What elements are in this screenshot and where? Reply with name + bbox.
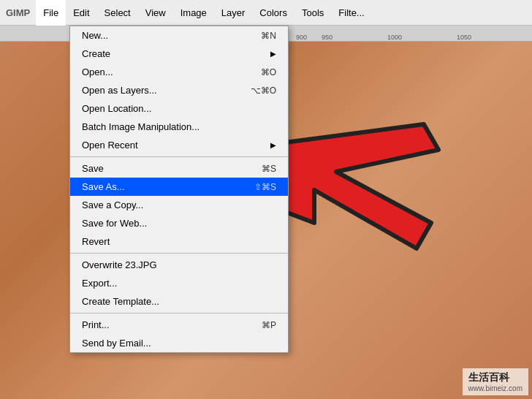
menu-print-shortcut: ⌘P [262,320,276,330]
gimp-logo[interactable]: GIMP [0,0,36,26]
file-dropdown-menu: New... ⌘N Create Open... ⌘O Open as Laye… [69,26,289,353]
menu-open-location-label: Open Location... [82,103,151,114]
menu-save-label: Save [82,163,104,174]
menu-create-label: Create [82,48,110,59]
ruler-mark-950: 950 [322,34,332,41]
menu-save-as[interactable]: Save As... ⇧⌘S [70,178,288,196]
menu-open-shortcut: ⌘O [261,67,276,77]
separator-3 [70,313,288,314]
menu-send-email-label: Send by Email... [82,338,151,349]
menu-item-tools[interactable]: Tools [294,0,331,26]
menu-open-label: Open... [82,66,113,77]
ruler-mark-1000: 1000 [387,34,402,41]
menu-save-as-label: Save As... [82,181,125,192]
menu-item-file[interactable]: File [36,0,66,26]
menu-item-view[interactable]: View [138,0,173,26]
menu-batch-label: Batch Image Manipulation... [82,121,200,132]
menu-batch[interactable]: Batch Image Manipulation... [70,118,288,136]
menu-open-layers-shortcut: ⌥⌘O [251,86,276,96]
menu-open-location[interactable]: Open Location... [70,99,288,118]
watermark-chinese: 生活百科 [468,371,522,384]
menu-print-label: Print... [82,319,110,330]
menu-item-filters[interactable]: Filte... [331,0,371,26]
menubar: GIMP File Edit Select View Image Layer C… [0,0,532,26]
menu-create[interactable]: Create [70,45,288,63]
menu-open[interactable]: Open... ⌘O [70,63,288,81]
menu-create-template[interactable]: Create Template... [70,292,288,311]
menu-save-web-label: Save for Web... [82,218,147,229]
menu-save-copy-label: Save a Copy... [82,200,143,210]
menu-save-copy[interactable]: Save a Copy... [70,196,288,214]
menu-save-shortcut: ⌘S [262,164,276,174]
menu-export-label: Export... [82,278,117,289]
menu-item-colors[interactable]: Colors [252,0,294,26]
menu-export[interactable]: Export... [70,274,288,292]
menu-overwrite[interactable]: Overwrite 23.JPG [70,256,288,274]
menu-open-recent-label: Open Recent [82,140,138,151]
menu-open-layers[interactable]: Open as Layers... ⌥⌘O [70,81,288,99]
watermark-url: www.bimeiz.com [468,384,522,392]
separator-2 [70,253,288,254]
menu-overwrite-label: Overwrite 23.JPG [82,259,157,270]
menu-revert[interactable]: Revert [70,232,288,251]
watermark: 生活百科 www.bimeiz.com [463,368,528,395]
menu-save-web[interactable]: Save for Web... [70,214,288,232]
ruler-mark-1050: 1050 [457,34,471,41]
menu-save-as-shortcut: ⇧⌘S [254,182,276,192]
menu-new-label: New... [82,30,108,41]
menu-open-recent[interactable]: Open Recent [70,136,288,154]
ruler-mark-900: 900 [296,34,307,41]
menu-item-select[interactable]: Select [97,0,138,26]
menu-print[interactable]: Print... ⌘P [70,316,288,334]
menu-open-layers-label: Open as Layers... [82,85,157,96]
separator-1 [70,156,288,157]
menu-send-email[interactable]: Send by Email... [70,334,288,352]
menu-item-layer[interactable]: Layer [214,0,253,26]
menu-new[interactable]: New... ⌘N [70,26,288,45]
menu-item-edit[interactable]: Edit [66,0,96,26]
menu-new-shortcut: ⌘N [261,31,276,41]
menu-create-template-label: Create Template... [82,296,159,307]
menu-item-image[interactable]: Image [173,0,214,26]
menu-revert-label: Revert [82,236,110,247]
menu-save[interactable]: Save ⌘S [70,159,288,178]
